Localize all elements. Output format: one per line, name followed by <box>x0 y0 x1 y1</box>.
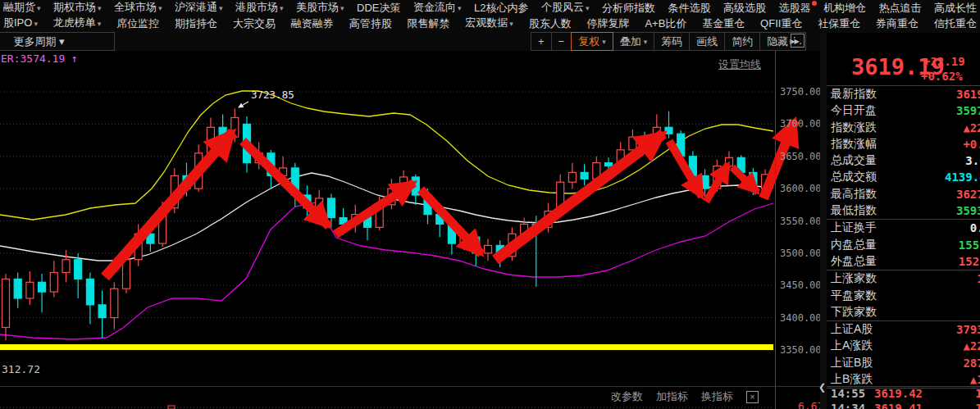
chevron-down-icon: ▾ <box>602 38 606 46</box>
quote-row-label: 上证换手 <box>831 220 877 235</box>
menu-item-r2-0[interactable]: 股IPO▾ <box>3 15 38 32</box>
menu-row-1: 融期货▾期权市场▾全球市场▾沪深港通▾港股市场▾美股市场▾DDE决策资金流向▾L… <box>0 0 980 16</box>
tool-button-0[interactable]: + <box>531 32 552 51</box>
menu-item-r2-10[interactable]: 停牌复牌 <box>587 16 630 31</box>
menu-item-r2-5[interactable]: 融资融券 <box>291 16 334 31</box>
menu-item-r2-16[interactable]: 信托重仓 <box>934 16 977 31</box>
chevron-down-icon: ▾ <box>34 20 38 28</box>
quote-row-value: 1190 <box>977 272 980 285</box>
menu-item-0[interactable]: 融期货▾ <box>3 0 41 16</box>
candlestick-chart[interactable]: 3750.003700.003650.003600.003550.003500.… <box>0 51 827 409</box>
menu-item-16[interactable]: 高成长性 <box>934 0 977 16</box>
axis-tick-label: 3600.00 <box>780 183 824 194</box>
tool-button-6[interactable]: 简约 <box>724 32 760 51</box>
fullscreen-icon[interactable] <box>791 34 805 48</box>
menu-item-r2-15[interactable]: 券商重仓 <box>876 16 918 31</box>
quote-row-value: ▲22.56 <box>963 339 980 352</box>
axis-tick-label: 3400.00 <box>780 312 824 324</box>
menu-item-11[interactable]: 条件选股 <box>668 0 711 16</box>
price-change: +22.19 <box>923 55 965 68</box>
menu-item-5[interactable]: 美股市场▾ <box>296 0 344 16</box>
menu-item-1[interactable]: 期权市场▾ <box>53 0 102 16</box>
tool-button-4[interactable]: 筹码 <box>654 32 690 51</box>
menu-item-r2-3[interactable]: 期指持仓 <box>175 16 217 31</box>
menu-item-r2-11[interactable]: A+B比价 <box>645 16 686 31</box>
quote-row-value: 15565万 <box>959 239 980 253</box>
quote-row-label: 外盘总量 <box>831 254 877 269</box>
tool-button-2[interactable]: 复权▾ <box>571 32 613 51</box>
tick-row-1: 14:343619.411814 <box>827 402 980 409</box>
quote-row-label: 指数涨幅 <box>831 137 877 152</box>
axis-tick-label: 3650.00 <box>780 151 824 162</box>
change-params-link[interactable]: 改参数 <box>611 389 643 404</box>
menu-item-r2-12[interactable]: 基金重仓 <box>702 16 745 31</box>
quote-row-label: 上证A股 <box>831 322 873 337</box>
menu-item-r2-1[interactable]: 龙虎榜单▾ <box>53 15 102 32</box>
menu-item-7[interactable]: 资金流向▾ <box>413 0 462 16</box>
quote-row-value: +0.62% <box>963 138 980 151</box>
quote-row-4: 总成交量3.08亿 <box>827 152 980 169</box>
quote-row-value: 3627.47 <box>956 188 980 201</box>
menu-item-r2-8[interactable]: 宏观数据▾ <box>465 15 513 32</box>
indicator-footer: 改参数 加指标 换指标 × <box>0 389 773 404</box>
quote-row-value: 3.08亿 <box>965 154 980 169</box>
menu-item-14[interactable]: 机构增仓 <box>823 0 866 16</box>
menu-item-r2-2[interactable]: 席位监控 <box>116 16 159 31</box>
chevron-down-icon: ▾ <box>98 20 102 28</box>
tool-button-5[interactable]: 画线 <box>689 32 725 51</box>
menu-item-r2-6[interactable]: 高管持股 <box>349 16 392 31</box>
tool-button-1[interactable]: − <box>551 32 572 51</box>
chevron-down-icon: ▾ <box>340 4 344 12</box>
close-indicator-icon[interactable]: × <box>746 391 759 403</box>
menu-item-r2-4[interactable]: 大宗交易 <box>233 16 276 31</box>
quote-row-label: 最新指数 <box>831 87 877 102</box>
menu-item-r2-14[interactable]: 社保重仓 <box>818 16 860 31</box>
quote-row-label: 总成交额 <box>831 170 877 184</box>
menu-item-8[interactable]: L2核心内参 <box>474 0 528 16</box>
menu-item-r2-7[interactable]: 限售解禁 <box>407 16 449 31</box>
menu-item-13[interactable]: 选股器 <box>778 0 810 16</box>
menu-item-12[interactable]: 高级选股 <box>723 0 766 16</box>
quote-row-label: 最低指数 <box>831 203 877 218</box>
menu-item-6[interactable]: DDE决策 <box>357 0 400 16</box>
quote-row-8: 上证换手0.84% <box>827 220 980 236</box>
chevron-down-icon: ▾ <box>37 4 41 12</box>
axis-divider <box>775 51 776 409</box>
support-price-label: 312.72 <box>2 363 40 375</box>
splitter-collapse-handle[interactable]: ❮ <box>818 382 826 393</box>
top-menu-bar: 融期货▾期权市场▾全球市场▾沪深港通▾港股市场▾美股市场▾DDE决策资金流向▾L… <box>0 0 980 31</box>
peak-price-label: 3723.85 <box>251 89 294 101</box>
quote-row-value: ▲22.19 <box>963 121 980 134</box>
tool-button-3[interactable]: 叠加▾ <box>613 32 655 51</box>
chevron-down-icon: ▾ <box>219 4 223 12</box>
quote-row-label: 内盘总量 <box>831 238 877 252</box>
axis-tick-label: 3700.00 <box>780 118 824 130</box>
menu-item-3[interactable]: 沪深港通▾ <box>175 0 223 16</box>
switch-indicator-link[interactable]: 换指标 <box>701 389 733 404</box>
menu-item-9[interactable]: 个股风云▾ <box>541 0 590 16</box>
quote-row-5: 总成交额4139.48亿 <box>827 169 980 185</box>
quote-row-label: 指数涨跌 <box>831 120 877 135</box>
quote-row-label: 上涨家数 <box>831 271 877 286</box>
menu-item-15[interactable]: 热点追击 <box>878 0 921 16</box>
quote-row-6: 最高指数3627.47 <box>827 186 980 202</box>
more-periods-button[interactable]: 更多周期 ▾ <box>0 32 115 51</box>
add-indicator-link[interactable]: 加指标 <box>656 389 688 404</box>
price-change-percent: +0.62% <box>921 70 963 83</box>
menu-item-4[interactable]: 港股市场▾ <box>235 0 284 16</box>
quote-row-value: 15219万 <box>959 255 980 270</box>
menu-item-10[interactable]: 分析师指数 <box>602 0 655 16</box>
quote-row-label: 今日开盘 <box>831 103 877 118</box>
quote-row-14: 上证A股3793.66 <box>827 321 980 338</box>
menu-item-r2-13[interactable]: QFII重仓 <box>760 16 802 31</box>
quote-row-7: 最低指数3593.33 <box>827 202 980 220</box>
quote-row-10: 外盘总量15219万 <box>827 253 980 270</box>
chevron-down-icon: ▾ <box>158 4 162 12</box>
quote-row-16: 上证B股287.99 <box>827 355 980 371</box>
axis-tick-label: 3750.00 <box>780 86 824 98</box>
menu-item-r2-9[interactable]: 股东人数 <box>529 16 572 31</box>
menu-item-2[interactable]: 全球市场▾ <box>114 0 162 16</box>
quote-row-value: 287.99 <box>963 357 980 370</box>
quote-row-0: 最新指数3619.19 <box>827 86 980 102</box>
ma-settings-link[interactable]: 设置均线 <box>718 57 761 72</box>
